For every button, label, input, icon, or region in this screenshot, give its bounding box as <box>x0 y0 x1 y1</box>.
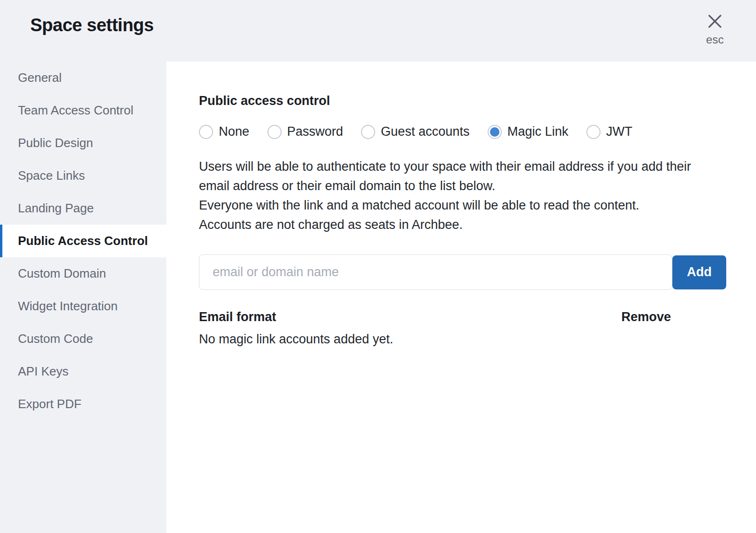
radio-label: Magic Link <box>507 124 568 139</box>
close-button[interactable]: esc <box>698 13 732 46</box>
description-line: Users will be able to authenticate to yo… <box>199 157 703 196</box>
section-heading: Public access control <box>199 94 756 108</box>
radio-label: JWT <box>606 124 632 139</box>
radio-label: None <box>219 124 249 139</box>
public-access-control-panel: Public access control None Password Gues… <box>166 61 756 533</box>
radio-option-guest-accounts[interactable]: Guest accounts <box>361 124 470 139</box>
radio-label: Password <box>287 124 344 139</box>
sidebar-item-api-keys[interactable]: API Keys <box>0 355 166 388</box>
empty-accounts-message: No magic link accounts added yet. <box>199 332 756 347</box>
magic-link-description: Users will be able to authenticate to yo… <box>199 157 703 235</box>
description-line: Accounts are not charged as seats in Arc… <box>199 215 703 235</box>
esc-label: esc <box>706 33 723 46</box>
page-title: Space settings <box>30 15 154 35</box>
sidebar-item-public-design[interactable]: Public Design <box>0 127 166 159</box>
sidebar-item-widget-integration[interactable]: Widget Integration <box>0 290 166 323</box>
add-button[interactable]: Add <box>672 255 726 289</box>
sidebar-item-general[interactable]: General <box>0 61 166 94</box>
radio-circle-selected-icon[interactable] <box>488 125 502 139</box>
sidebar-item-export-pdf[interactable]: Export PDF <box>0 388 166 420</box>
settings-sidebar: General Team Access Control Public Desig… <box>0 61 166 533</box>
radio-circle-icon[interactable] <box>267 125 282 139</box>
sidebar-item-space-links[interactable]: Space Links <box>0 159 166 192</box>
close-icon[interactable] <box>707 13 723 29</box>
email-format-column-header: Email format <box>199 310 276 324</box>
radio-option-password[interactable]: Password <box>267 124 344 139</box>
radio-option-magic-link[interactable]: Magic Link <box>488 124 568 139</box>
sidebar-item-custom-domain[interactable]: Custom Domain <box>0 257 166 290</box>
radio-option-none[interactable]: None <box>199 124 249 139</box>
radio-label: Guest accounts <box>381 124 470 139</box>
radio-circle-icon[interactable] <box>199 125 213 139</box>
access-mode-radio-group: None Password Guest accounts Magic Link … <box>199 124 756 139</box>
sidebar-item-landing-page[interactable]: Landing Page <box>0 192 166 225</box>
email-or-domain-input[interactable] <box>199 254 672 290</box>
sidebar-item-team-access-control[interactable]: Team Access Control <box>0 94 166 127</box>
sidebar-item-public-access-control[interactable]: Public Access Control <box>0 225 166 257</box>
add-account-form: Add <box>199 254 726 290</box>
description-line: Everyone with the link and a matched acc… <box>199 196 703 215</box>
sidebar-item-custom-code[interactable]: Custom Code <box>0 323 166 355</box>
radio-circle-icon[interactable] <box>586 125 601 139</box>
radio-circle-icon[interactable] <box>361 125 375 139</box>
accounts-table-header: Email format Remove <box>199 310 671 324</box>
radio-option-jwt[interactable]: JWT <box>586 124 632 139</box>
remove-column-header: Remove <box>621 310 671 324</box>
